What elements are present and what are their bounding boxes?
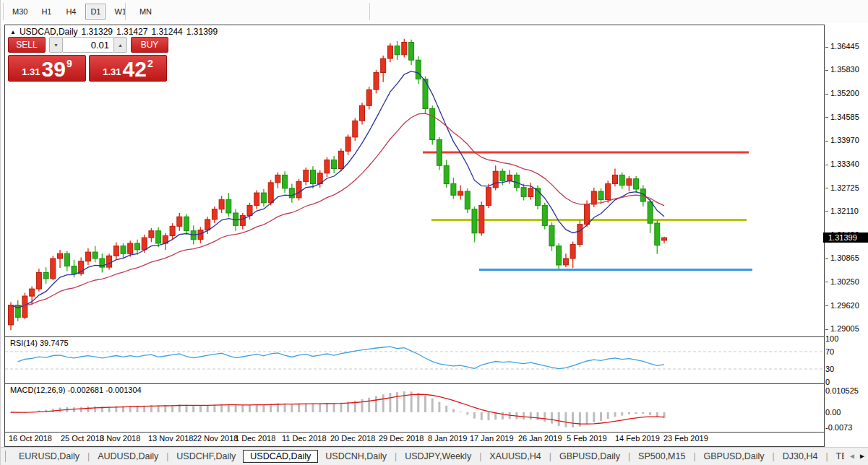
quote-header: ▲ USDCAD,Daily 1.31329 1.31427 1.31244 1… [10, 27, 218, 37]
sell-price-button[interactable]: 1.31 39 9 [8, 55, 86, 82]
quote-close: 1.31399 [186, 27, 218, 37]
sell-button[interactable]: SELL [8, 37, 46, 53]
price-tick: 1.30250 [825, 277, 859, 286]
buy-price-button[interactable]: 1.31 42 2 [89, 55, 167, 82]
chart-tab-audusd-daily[interactable]: AUDUSD,Daily [90, 450, 166, 463]
date-axis-label: 3 Nov 2018 [100, 434, 140, 443]
chart-tab-gbpusd-daily[interactable]: GBPUSD,Daily [697, 450, 772, 463]
date-axis-label: 11 Dec 2018 [282, 434, 327, 443]
tab-bar-splitter[interactable] [5, 451, 6, 462]
quote-low: 1.31244 [151, 27, 182, 37]
price-tick: 1.33970 [825, 136, 859, 144]
toolbar-separator [369, 3, 371, 20]
price-tick: 1.32725 [825, 183, 859, 192]
rsi-tick: 30 [825, 365, 834, 373]
mt4-terminal: M30H1H4D1W1MN ▲ USDCAD,Daily 1.31329 1.3… [0, 0, 868, 465]
price-tick: 1.30865 [825, 253, 859, 262]
price-axis: 1.364451.358301.352001.345851.339701.333… [825, 25, 868, 447]
chart-tab-usdchf-daily[interactable]: USDCHF,Daily [169, 450, 243, 463]
current-price-label: 1.31399 [823, 232, 868, 243]
price-tick: 1.32110 [825, 207, 859, 215]
volume-increase-button[interactable]: ▲ [113, 37, 127, 53]
main-chart[interactable]: ▲ USDCAD,Daily 1.31329 1.31427 1.31244 1… [5, 25, 824, 337]
date-axis-label: 17 Jan 2019 [470, 434, 514, 443]
chart-tab-usdjpy-weekly[interactable]: USDJPY,Weekly [398, 450, 478, 463]
quote-open: 1.31329 [82, 27, 113, 37]
quote-high: 1.31427 [116, 27, 147, 37]
date-axis-label: 23 Feb 2019 [663, 434, 708, 443]
date-axis-label: 20 Dec 2018 [330, 434, 375, 443]
collapse-trade-panel-icon[interactable]: ▲ [10, 29, 16, 35]
date-axis-label: 13 Nov 2018 [148, 434, 193, 443]
tab-scroll-right-icon[interactable]: ► [859, 451, 866, 461]
one-click-trading-panel: SELL ▼ ▲ BUY 1.31 39 9 [8, 37, 168, 82]
macd-tick: -0.0073 [825, 423, 852, 432]
date-axis-label: 29 Dec 2018 [379, 434, 424, 443]
symbol-period-label: USDCAD,Daily [20, 27, 78, 37]
chart-tab-usdcnh-daily[interactable]: USDCNH,Daily [318, 450, 394, 463]
sell-price-big: 39 [42, 58, 66, 79]
date-axis-label: 26 Jan 2019 [518, 434, 562, 443]
timeframe-button-H4[interactable]: H4 [61, 4, 81, 19]
date-axis-label: 5 Feb 2019 [567, 434, 607, 443]
fast-ma [11, 71, 664, 308]
timeframe-button-H1[interactable]: H1 [36, 4, 56, 19]
toolbar-separator [125, 3, 126, 20]
chart-tab-gbpusd-daily[interactable]: GBPUSD,Daily [552, 450, 627, 463]
tab-scroll-left-icon[interactable]: ◄ [848, 451, 856, 461]
price-tick: 1.29620 [825, 301, 859, 310]
rsi-label: RSI(14) 39.7475 [10, 339, 69, 347]
macd-label: MACD(12,26,9) -0.002681 -0.001304 [10, 386, 142, 394]
buy-button[interactable]: BUY [131, 37, 168, 53]
rsi-tick: 70 [825, 347, 834, 356]
volume-decrease-button[interactable]: ▼ [49, 37, 63, 53]
date-axis-label: 1 Dec 2018 [235, 434, 275, 443]
macd-tick: 0.010525 [825, 386, 859, 395]
date-axis: 16 Oct 201825 Oct 20183 Nov 201813 Nov 2… [5, 433, 824, 446]
rsi-indicator-pane[interactable]: RSI(14) 39.7475 [5, 337, 824, 384]
timeframe-toolbar: M30H1H4D1W1MN [1, 0, 868, 23]
date-axis-label: 14 Feb 2019 [615, 434, 660, 443]
slow-ma [11, 113, 664, 306]
buy-price-big: 42 [123, 58, 147, 79]
sell-price-prefix: 1.31 [22, 66, 40, 77]
price-tick: 1.35200 [825, 89, 859, 97]
chart-tab-sp500-m15[interactable]: SP500,M15 [631, 450, 692, 463]
timeframe-button-D1[interactable]: D1 [85, 4, 106, 19]
toolbar-grip [3, 3, 5, 20]
timeframe-button-M30[interactable]: M30 [8, 4, 32, 19]
price-tick: 1.34585 [825, 113, 859, 121]
macd-indicator-pane[interactable]: MACD(12,26,9) -0.002681 -0.001304 [5, 384, 824, 433]
price-tick: 1.33340 [825, 160, 859, 168]
timeframe-button-W1[interactable]: W1 [110, 4, 131, 19]
spinner-up-icon: ▲ [118, 43, 123, 48]
rsi-tick: 100 [825, 334, 838, 343]
chart-tab-tech100-h[interactable]: TECH100,H [829, 450, 845, 463]
chart-tab-usdcad-daily[interactable]: USDCAD,Daily [243, 450, 318, 463]
date-axis-label: 22 Nov 2018 [193, 434, 238, 443]
macd-tick: 0.00 [825, 408, 841, 417]
spinner-down-icon: ▼ [53, 43, 59, 48]
chart-window: ▲ USDCAD,Daily 1.31329 1.31427 1.31244 1… [4, 25, 825, 447]
sell-price-sup: 9 [66, 58, 72, 69]
chart-tab-bar: EURUSD,Daily|AUDUSD,Daily|USDCHF,DailyUS… [1, 447, 868, 465]
rsi-tick: 0 [825, 378, 830, 386]
date-axis-label: 8 Jan 2019 [428, 434, 467, 443]
chart-tab-dj30-h4[interactable]: DJ30,H4 [775, 450, 825, 463]
date-axis-label: 25 Oct 2018 [61, 434, 104, 443]
buy-price-sup: 2 [147, 58, 153, 69]
timeframe-button-MN[interactable]: MN [135, 4, 156, 19]
price-tick: 1.35830 [825, 65, 859, 74]
price-tick: 1.29005 [825, 324, 859, 333]
price-tick: 1.36445 [825, 42, 859, 51]
rsi-chart-svg [5, 337, 824, 383]
buy-price-prefix: 1.31 [103, 66, 121, 77]
chart-tab-eurusd-daily[interactable]: EURUSD,Daily [12, 450, 87, 463]
date-axis-label: 16 Oct 2018 [9, 434, 52, 443]
volume-input[interactable] [63, 37, 113, 53]
chart-tab-xauusd-h4[interactable]: XAUUSD,H4 [482, 450, 549, 463]
